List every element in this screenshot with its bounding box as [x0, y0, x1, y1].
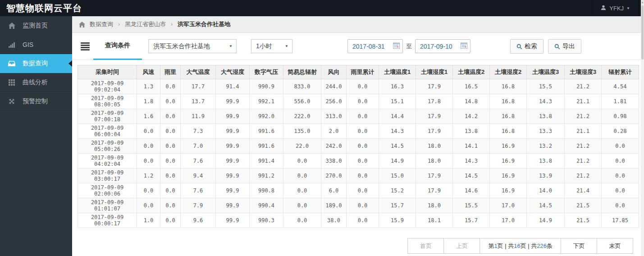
cell-value: 7.9	[181, 198, 216, 213]
cell-value: 0.0	[347, 183, 379, 198]
sidebar-item-data-query[interactable]: 数据查询	[0, 54, 72, 73]
table-row: 2017-09-09 03:00:171.20.09.499.9991.20.0…	[78, 169, 639, 183]
export-button[interactable]: 导出	[548, 39, 581, 54]
home-icon	[7, 23, 16, 29]
cell-value: 222.0	[283, 109, 321, 124]
cell-value: 13.7	[181, 94, 216, 109]
cell-value: 14.5	[527, 198, 565, 213]
interval-select-value: 1小时	[256, 42, 272, 50]
sidebar-item-label: 曲线分析	[23, 78, 48, 87]
cell-value: 270.0	[321, 169, 347, 183]
table-row: 2017-09-09 01:01:070.00.07.999.9990.40.0…	[78, 198, 639, 213]
search-button[interactable]: 检索	[510, 39, 544, 54]
cell-value: 1.2	[137, 169, 160, 183]
cell-value: 990.4	[250, 198, 283, 213]
cell-value: 0.0	[160, 183, 181, 198]
interval-select[interactable]: 1小时 ▼	[251, 39, 292, 53]
calendar-icon[interactable]	[393, 42, 400, 50]
date-to-input[interactable]: 2017-09-10	[415, 39, 470, 53]
cell-value: 14.0	[527, 183, 565, 198]
cell-value: 13.8	[527, 154, 565, 169]
active-item-arrow	[69, 60, 72, 67]
cell-value: 1.0	[137, 213, 160, 228]
breadcrumb-separator: ›	[171, 21, 173, 27]
cell-value: 1.81	[602, 94, 639, 109]
pagination-info-text: 第	[488, 242, 494, 250]
cell-value: 99.9	[216, 124, 250, 139]
cell-value: 0.0	[602, 169, 639, 183]
cell-value: 135.0	[283, 124, 321, 139]
search-icon	[554, 44, 560, 50]
column-header: 大气温度	[181, 65, 216, 79]
cell-value: 9.4	[181, 169, 216, 183]
cell-value: 0.0	[160, 154, 181, 169]
cell-value: 91.4	[216, 79, 250, 94]
user-menu[interactable]: YFKJ ▼	[592, 0, 639, 16]
cell-value: 13.2	[527, 139, 565, 154]
cell-value: 13.9	[527, 169, 565, 183]
cell-value: 22.0	[283, 139, 321, 154]
scrollbar-thumb[interactable]	[641, 5, 644, 59]
cell-value: 0.0	[347, 213, 379, 228]
cell-value: 0.0	[602, 154, 639, 169]
cell-value: 15.5	[453, 198, 490, 213]
pagination-first-button[interactable]: 首页	[407, 238, 444, 254]
cell-value: 0.0	[347, 124, 379, 139]
sidebar-item-curve-analysis[interactable]: 曲线分析	[0, 73, 72, 92]
site-select[interactable]: 洪军玉米合作社基地 ▼	[148, 39, 237, 53]
cell-value: 16.9	[490, 183, 527, 198]
column-header: 大气湿度	[216, 65, 250, 79]
sidebar-item-gis[interactable]: GIS	[0, 35, 72, 54]
export-button-label: 导出	[562, 42, 575, 50]
sidebar-item-label: 监测首页	[23, 22, 48, 30]
cell-value: 13.8	[527, 109, 565, 124]
pagination-info-text: 页 | 共	[521, 242, 537, 250]
main-content: 数据查询›黑龙江省密山市›洪军玉米合作社基地 查询条件 洪军玉米合作社基地 ▼ …	[72, 16, 644, 256]
data-table: 采集时间风速雨里大气温度大气湿度数字气压简易总辐射风向雨里累计土壤温度1土壤湿度…	[78, 65, 639, 228]
date-from-input[interactable]: 2017-08-31	[347, 39, 403, 53]
calendar-icon[interactable]	[461, 42, 467, 50]
cell-value: 0.0	[160, 169, 181, 183]
cell-value: 99.9	[216, 109, 250, 124]
cell-value: 244.0	[321, 79, 347, 94]
cell-value: 0.0	[137, 183, 160, 198]
table-row: 2017-09-09 00:00:171.00.09.699.9990.30.0…	[78, 213, 639, 228]
cell-value: 0.0	[347, 94, 379, 109]
sidebar-item-alert-control[interactable]: 预警控制	[0, 92, 72, 111]
cell-value: 14.9	[379, 154, 416, 169]
table-header-row: 采集时间风速雨里大气温度大气湿度数字气压简易总辐射风向雨里累计土壤温度1土壤湿度…	[78, 65, 639, 79]
cell-value: 313.0	[321, 109, 347, 124]
column-header: 雨里	[160, 65, 181, 79]
cell-value: 0.0	[283, 169, 321, 183]
column-header: 土壤温度3	[527, 65, 565, 79]
pagination-info-text: 页 | 共	[498, 242, 514, 250]
cell-value: 17.9	[416, 183, 453, 198]
cell-value: 21.2	[565, 79, 602, 94]
cell-value: 991.6	[250, 139, 283, 154]
pagination-next-button[interactable]: 下页	[561, 238, 597, 254]
menu-toggle-icon[interactable]	[81, 42, 90, 50]
scrollbar-up-arrow-icon[interactable]: ▲	[641, 0, 644, 5]
cell-value: 99.9	[216, 169, 250, 183]
breadcrumb-item[interactable]: 数据查询	[90, 20, 113, 28]
pagination-last-button[interactable]: 末页	[597, 238, 633, 254]
sidebar-item-monitor-home[interactable]: 监测首页	[0, 16, 72, 35]
breadcrumb-item[interactable]: 黑龙江省密山市	[125, 20, 166, 28]
cell-value: 17.9	[416, 79, 453, 94]
column-header: 土壤温度2	[453, 65, 490, 79]
cell-value: 338.0	[321, 154, 347, 169]
vertical-scrollbar[interactable]: ▲	[641, 0, 644, 256]
cell-timestamp: 2017-09-09 07:00:18	[78, 109, 137, 124]
cell-value: 15.0	[379, 169, 416, 183]
cell-value: 0.0	[602, 139, 639, 154]
table-row: 2017-09-09 04:02:040.00.07.699.9991.40.0…	[78, 154, 639, 169]
cell-value: 17.7	[181, 79, 216, 94]
cell-value: 7.6	[181, 183, 216, 198]
table-row: 2017-09-09 09:02:041.30.017.791.4990.983…	[78, 79, 639, 94]
pagination-prev-button[interactable]: 上页	[443, 238, 480, 254]
cell-timestamp: 2017-09-09 05:00:26	[78, 139, 137, 154]
column-header: 辐射累计	[602, 65, 639, 79]
cell-value: 0.28	[602, 124, 639, 139]
cell-timestamp: 2017-09-09 06:00:04	[78, 124, 137, 139]
tab-query-conditions[interactable]: 查询条件	[93, 33, 142, 60]
